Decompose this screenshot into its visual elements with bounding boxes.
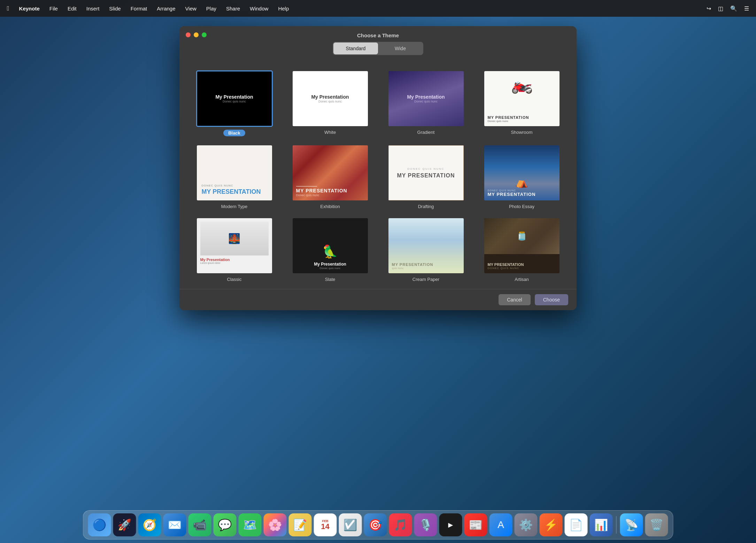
menu-share[interactable]: Share [226, 6, 240, 12]
photo-tent-icon: ⛺ [515, 176, 528, 188]
dock-trash[interactable]: 🗑️ [645, 513, 668, 536]
dock-reminders[interactable]: ☑️ [339, 513, 362, 536]
theme-thumbnail-white[interactable]: My Presentation Donec quis nunc [292, 70, 369, 127]
close-button[interactable] [186, 32, 191, 37]
dock-sysprefs[interactable]: ⚙️ [515, 513, 538, 536]
segmented-control: Standard Wide [333, 42, 423, 55]
dock-calendar[interactable]: FEB 14 [314, 513, 337, 536]
theme-thumbnail-gradient[interactable]: My Presentation Donec quis nunc [388, 70, 464, 127]
thumb-showroom-inner: 🏍️ MY PRESENTATION Donec quis nunc [484, 71, 560, 126]
dialog-title: Choose a Theme [357, 32, 399, 38]
exhibition-subtitle: Donec quis nunc [296, 193, 364, 197]
slate-label: Slate [325, 277, 335, 282]
classic-title: My Presentation [200, 258, 269, 262]
theme-thumbnail-drafting[interactable]: DONEC QUIS NUNC MY PRESENTATION [388, 145, 464, 201]
menu-view[interactable]: View [185, 6, 196, 12]
menubar:  Keynote File Edit Insert Slide Format … [0, 0, 756, 17]
drafting-title: MY PRESENTATION [397, 173, 455, 179]
dock-notes[interactable]: 📝 [289, 513, 312, 536]
wide-button[interactable]: Wide [378, 43, 423, 54]
dock-launchpad[interactable]: 🚀 [113, 513, 136, 536]
thumb-photo-inner: ⛺ DONEC QUIS NUNC MY PRESENTATION [484, 145, 560, 200]
dialog-footer: Cancel Choose [179, 289, 577, 310]
theme-item-exhibition[interactable]: MY PRESENTATION Donec quis nunc Exhibiti… [286, 145, 375, 209]
dock-news[interactable]: 📰 [464, 513, 487, 536]
theme-item-gradient[interactable]: My Presentation Donec quis nunc Gradient [381, 70, 470, 136]
photo-label: Photo Essay [509, 204, 534, 209]
dock-appstore[interactable]: A [489, 513, 512, 536]
cream-subtitle: quis nunc [392, 267, 460, 270]
exhibition-label: Exhibition [320, 204, 340, 209]
minimize-button[interactable] [194, 32, 199, 37]
theme-item-photo-essay[interactable]: ⛺ DONEC QUIS NUNC MY PRESENTATION Photo … [477, 145, 566, 209]
theme-thumbnail-exhibition[interactable]: MY PRESENTATION Donec quis nunc [292, 145, 369, 201]
apple-menu[interactable]:  [7, 5, 9, 12]
exhibition-divider [296, 186, 317, 186]
theme-item-modern-type[interactable]: DONEC QUIS NUNC MY PRESENTATION Modern T… [190, 145, 279, 209]
theme-item-classic[interactable]: 🌉 My Presentation Lorem ipsum dolor Clas… [190, 217, 279, 282]
theme-thumbnail-photo[interactable]: ⛺ DONEC QUIS NUNC MY PRESENTATION [484, 145, 560, 201]
classic-bridge-icon: 🌉 [200, 222, 269, 255]
theme-thumbnail-showroom[interactable]: 🏍️ MY PRESENTATION Donec quis nunc [484, 70, 560, 127]
cancel-button[interactable]: Cancel [499, 294, 531, 305]
app-name[interactable]: Keynote [19, 6, 40, 12]
dock-appletv[interactable]: ▶ [439, 513, 462, 536]
launchpad-icon: 🚀 [118, 518, 132, 531]
dialog-titlebar: Choose a Theme [179, 26, 577, 42]
theme-item-artisan[interactable]: 🫙 MY PRESENTATION DONEC QUIS NUNC Artisa… [477, 217, 566, 282]
menu-format[interactable]: Format [131, 6, 147, 12]
cream-label: Cream Paper [412, 277, 439, 282]
slate-title: My Presentation [314, 262, 346, 267]
notification-icon[interactable]: ↪ [707, 5, 711, 12]
dock-mail[interactable]: ✉️ [163, 513, 186, 536]
menu-window[interactable]: Window [250, 6, 268, 12]
theme-thumbnail-artisan[interactable]: 🫙 MY PRESENTATION DONEC QUIS NUNC [484, 217, 560, 274]
theme-thumbnail-cream[interactable]: MY PRESENTATION quis nunc [388, 217, 464, 274]
menu-help[interactable]: Help [278, 6, 289, 12]
menu-edit[interactable]: Edit [68, 6, 77, 12]
dock-music[interactable]: 🎵 [389, 513, 412, 536]
thumb-modern-inner: DONEC QUIS NUNC MY PRESENTATION [197, 145, 272, 200]
control-center-icon[interactable]: ☰ [744, 5, 749, 12]
screen-icon[interactable]: ◫ [718, 5, 723, 12]
dock-airdrop[interactable]: 📡 [620, 513, 643, 536]
dock-maps[interactable]: 🗺️ [239, 513, 262, 536]
dock-keynote[interactable]: 🎯 [364, 513, 387, 536]
dock-textedit[interactable]: 📄 [565, 513, 588, 536]
search-icon[interactable]: 🔍 [730, 5, 737, 12]
menu-file[interactable]: File [49, 6, 58, 12]
thumb-slate-inner: 🦜 My Presentation Donec quis nunc [293, 218, 368, 273]
theme-item-slate[interactable]: 🦜 My Presentation Donec quis nunc Slate [286, 217, 375, 282]
dock-finder[interactable]: 🔵 [88, 513, 111, 536]
theme-item-white[interactable]: My Presentation Donec quis nunc White [286, 70, 375, 136]
airdrop-icon: 📡 [625, 518, 639, 531]
menu-arrange[interactable]: Arrange [157, 6, 175, 12]
maximize-button[interactable] [202, 32, 207, 37]
theme-thumbnail-modern[interactable]: DONEC QUIS NUNC MY PRESENTATION [196, 145, 273, 201]
theme-thumbnail-slate[interactable]: 🦜 My Presentation Donec quis nunc [292, 217, 369, 274]
dock-safari[interactable]: 🧭 [138, 513, 161, 536]
dock-reeder[interactable]: ⚡ [540, 513, 563, 536]
drafting-subtitle: DONEC QUIS NUNC [407, 167, 444, 170]
safari-icon: 🧭 [143, 518, 157, 531]
theme-thumbnail-classic[interactable]: 🌉 My Presentation Lorem ipsum dolor [196, 217, 273, 274]
sysprefs-icon: ⚙️ [519, 518, 533, 531]
exhibition-title: MY PRESENTATION [296, 188, 364, 193]
dock-podcasts[interactable]: 🎙️ [414, 513, 437, 536]
choose-button[interactable]: Choose [535, 294, 568, 305]
dock-facetime[interactable]: 📹 [188, 513, 211, 536]
standard-button[interactable]: Standard [333, 43, 378, 54]
theme-thumbnail-black[interactable]: My Presentation Donec quis nunc [196, 70, 273, 127]
photo-title: MY PRESENTATION [488, 192, 556, 197]
theme-item-black[interactable]: My Presentation Donec quis nunc Black [190, 70, 279, 136]
menu-slide[interactable]: Slide [109, 6, 121, 12]
menu-insert[interactable]: Insert [86, 6, 100, 12]
theme-item-drafting[interactable]: DONEC QUIS NUNC MY PRESENTATION Drafting [381, 145, 470, 209]
thumb-white-inner: My Presentation Donec quis nunc [293, 71, 368, 126]
dock-keynote2[interactable]: 📊 [590, 513, 613, 536]
dock-messages[interactable]: 💬 [214, 513, 237, 536]
menu-play[interactable]: Play [206, 6, 216, 12]
theme-item-showroom[interactable]: 🏍️ MY PRESENTATION Donec quis nunc Showr… [477, 70, 566, 136]
theme-item-cream[interactable]: MY PRESENTATION quis nunc Cream Paper [381, 217, 470, 282]
dock-photos[interactable]: 🌸 [264, 513, 287, 536]
